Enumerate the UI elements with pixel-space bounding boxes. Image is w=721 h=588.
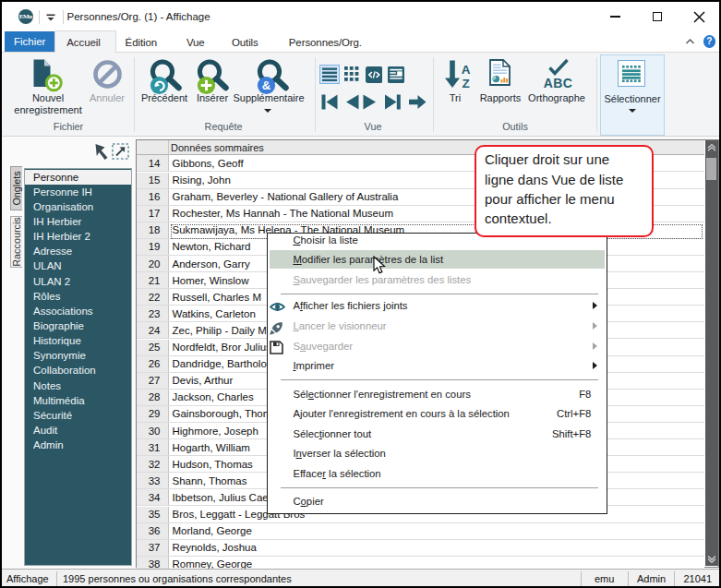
svg-text:&: & (262, 78, 270, 92)
svg-text:Z: Z (462, 77, 469, 90)
svg-text:A: A (462, 63, 471, 77)
svg-text:ABC: ABC (544, 76, 573, 90)
